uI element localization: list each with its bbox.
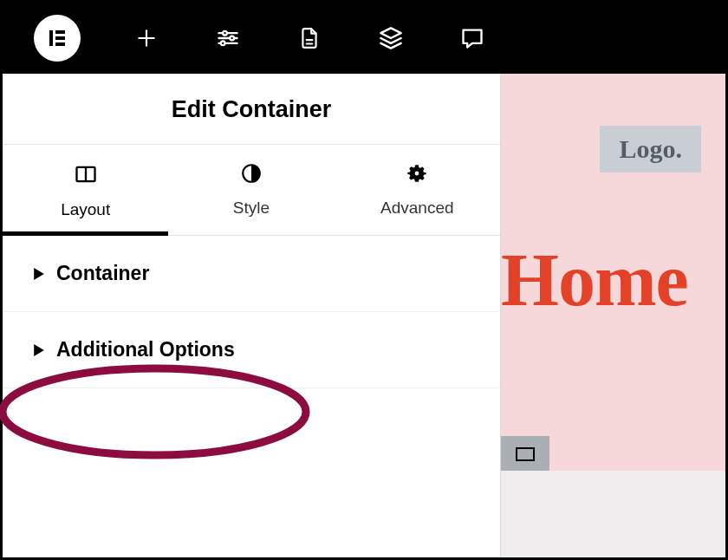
panel-title: Edit Container	[3, 74, 500, 144]
svg-rect-0	[49, 30, 53, 46]
tab-label: Style	[233, 199, 270, 218]
rectangle-icon	[516, 447, 535, 461]
tab-style[interactable]: Style	[168, 145, 334, 236]
section-label: Additional Options	[56, 338, 235, 361]
tab-advanced[interactable]: Advanced	[335, 145, 500, 236]
svg-point-11	[221, 42, 225, 46]
svg-point-18	[415, 172, 419, 176]
gear-icon	[406, 162, 428, 188]
caret-right-icon	[34, 268, 44, 280]
svg-marker-20	[34, 344, 44, 356]
document-icon[interactable]	[294, 23, 325, 54]
svg-rect-2	[55, 36, 65, 40]
logo-text: Logo.	[619, 134, 682, 163]
tab-label: Layout	[61, 200, 110, 219]
body: Edit Container Layout	[3, 74, 725, 557]
tab-label: Advanced	[380, 199, 454, 218]
page-headline: Home	[501, 237, 688, 323]
tab-layout[interactable]: Layout	[3, 145, 168, 236]
section-additional-options[interactable]: Additional Options	[3, 312, 500, 388]
container-handle[interactable]	[501, 436, 549, 472]
columns-icon	[74, 162, 98, 190]
section-label: Container	[56, 262, 149, 285]
elementor-logo[interactable]	[34, 15, 81, 62]
preview-bottom-area	[501, 471, 725, 557]
logo-placeholder[interactable]: Logo.	[600, 126, 701, 173]
svg-rect-22	[517, 448, 534, 460]
tabs: Layout Style	[3, 145, 500, 236]
chat-icon[interactable]	[457, 23, 488, 54]
plus-icon[interactable]	[131, 23, 162, 54]
half-circle-icon	[240, 162, 263, 188]
caret-right-icon	[34, 344, 44, 356]
svg-rect-3	[55, 42, 65, 46]
elementor-icon	[47, 28, 68, 49]
section-container[interactable]: Container	[3, 236, 500, 312]
canvas-preview[interactable]: Logo. Home	[501, 74, 725, 557]
svg-marker-19	[34, 268, 44, 280]
sections: Container Additional Options	[3, 236, 500, 557]
app-frame: Edit Container Layout	[0, 0, 728, 560]
svg-point-7	[223, 31, 227, 36]
sliders-icon[interactable]	[212, 23, 244, 54]
topbar	[3, 3, 725, 74]
svg-rect-1	[55, 30, 65, 34]
svg-point-9	[230, 36, 234, 41]
layers-icon[interactable]	[375, 23, 406, 54]
editor-panel: Edit Container Layout	[3, 74, 501, 557]
svg-marker-14	[380, 28, 400, 38]
